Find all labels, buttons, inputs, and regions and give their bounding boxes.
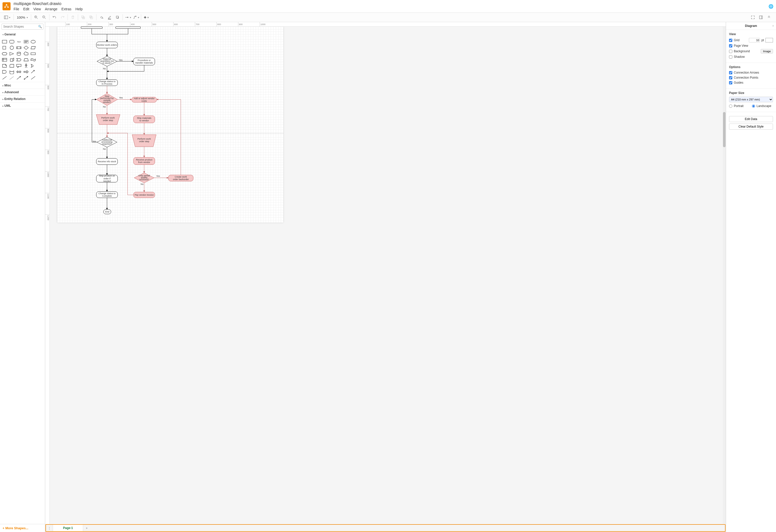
shape-diamond[interactable] [23, 45, 29, 50]
shape-or[interactable] [30, 63, 36, 68]
shape-document[interactable] [30, 51, 36, 56]
shape-rrect[interactable] [9, 39, 15, 44]
zoom-dropdown[interactable]: 100% [15, 16, 29, 19]
canvas-scrollbar[interactable] [723, 27, 726, 524]
shape-blank[interactable] [37, 39, 43, 44]
document-title[interactable]: multipage-flowchart.drawio [14, 2, 82, 6]
shape-link-arrow[interactable] [30, 69, 36, 74]
delete-button[interactable] [69, 14, 76, 21]
palette-general[interactable]: General [0, 31, 45, 38]
shape-line-plain[interactable] [30, 75, 36, 80]
shape-cube[interactable] [9, 57, 15, 62]
shape-callout[interactable] [16, 63, 22, 68]
to-back-button[interactable] [87, 14, 95, 21]
shape-blank6[interactable] [37, 69, 43, 74]
node-pay-invoice[interactable]: Pay vendor invoice [133, 192, 155, 198]
shape-datastore[interactable] [9, 69, 15, 74]
shape-rect[interactable] [2, 39, 8, 44]
node-ship-materials[interactable]: Ship materials to vendor [133, 116, 155, 123]
palette-uml[interactable]: UML [0, 103, 45, 109]
language-icon[interactable]: 🌐 [768, 4, 773, 9]
menu-extras[interactable]: Extras [61, 7, 71, 11]
menu-help[interactable]: Help [75, 7, 82, 11]
line-color-button[interactable] [106, 14, 113, 21]
format-panel-button[interactable] [757, 14, 764, 21]
palette-misc[interactable]: Misc [0, 82, 45, 89]
node-change-inprocess[interactable]: Change status to In Process [96, 79, 118, 86]
more-shapes-button[interactable]: More Shapes... [0, 524, 45, 532]
shape-line-arrow1[interactable] [16, 75, 22, 80]
edit-data-button[interactable]: Edit Data [729, 116, 773, 122]
shape-hexagon[interactable] [2, 51, 8, 56]
node-procedure[interactable]: Procedure or transfer materials [133, 58, 155, 65]
app-logo[interactable] [3, 2, 11, 10]
shape-line-arrow2[interactable] [23, 75, 29, 80]
insert-button[interactable]: + [143, 14, 150, 21]
zoom-out-button[interactable] [41, 14, 48, 21]
pageview-checkbox[interactable] [729, 44, 732, 47]
clear-style-button[interactable]: Clear Default Style [729, 124, 773, 130]
shape-internal[interactable] [2, 57, 8, 62]
shape-text[interactable]: Text [16, 39, 22, 44]
shape-line-dashed[interactable] [9, 75, 15, 80]
node-create-backorder[interactable]: Create work order backorder [168, 175, 193, 181]
node-change-complete[interactable]: Change status to Complete [96, 191, 118, 198]
shape-parallelogram[interactable] [30, 45, 36, 50]
shape-actor[interactable] [23, 63, 29, 68]
panel-close-icon[interactable]: × [772, 24, 774, 28]
shape-arrow-bi[interactable] [16, 69, 22, 74]
page-tab-1[interactable]: Page-1 [53, 525, 83, 531]
shape-cylinder[interactable] [16, 51, 22, 56]
fill-color-button[interactable] [98, 14, 105, 21]
palette-advanced[interactable]: Advanced [0, 89, 45, 96]
shape-step[interactable] [16, 57, 22, 62]
search-icon[interactable]: 🔍 [38, 25, 42, 28]
menu-file[interactable]: File [14, 7, 19, 11]
shape-line-solid[interactable] [2, 75, 8, 80]
shape-blank5[interactable] [37, 63, 43, 68]
canvas-viewport[interactable]: Monitor work orders Procedure or transfe… [50, 27, 726, 524]
waypoint-style-button[interactable] [132, 14, 139, 21]
menu-edit[interactable]: Edit [23, 7, 29, 11]
shape-ellipse[interactable] [30, 39, 36, 44]
grid-size-input[interactable] [749, 38, 760, 42]
view-options-button[interactable] [4, 14, 11, 21]
paper-size-select[interactable]: A4 (210 mm x 297 mm) [729, 97, 773, 102]
to-front-button[interactable] [79, 14, 86, 21]
shape-square[interactable] [2, 45, 8, 50]
node-receive-product[interactable]: Receive product from vendor [133, 157, 155, 165]
shape-and[interactable] [2, 69, 8, 74]
shape-card[interactable] [9, 63, 15, 68]
shape-blank4[interactable] [37, 57, 43, 62]
shape-tape[interactable] [30, 57, 36, 62]
redo-button[interactable] [59, 14, 66, 21]
search-shapes-input[interactable] [2, 24, 43, 30]
palette-er[interactable]: Entity Relation [0, 96, 45, 102]
fullscreen-button[interactable] [749, 14, 756, 21]
node-add-vendor-costs[interactable]: Add or adjust vendor costs [132, 97, 157, 103]
shape-cloud[interactable] [23, 51, 29, 56]
landscape-radio[interactable] [752, 105, 755, 108]
shadow-button[interactable] [114, 14, 121, 21]
undo-button[interactable] [51, 14, 58, 21]
shape-blank3[interactable] [37, 51, 43, 56]
shape-process[interactable] [16, 45, 22, 50]
shape-blank2[interactable] [37, 45, 43, 50]
collapse-button[interactable] [765, 14, 772, 21]
node-partial-1[interactable] [81, 27, 103, 29]
shape-note[interactable] [2, 63, 8, 68]
zoom-in-button[interactable] [33, 14, 40, 21]
node-partial-2[interactable] [116, 27, 141, 29]
background-checkbox[interactable] [729, 50, 732, 53]
shape-circle[interactable] [9, 45, 15, 50]
menu-view[interactable]: View [33, 7, 41, 11]
page-tabs-menu[interactable]: ⋮ [46, 525, 53, 531]
connection-style-button[interactable] [124, 14, 131, 21]
node-monitor[interactable]: Monitor work orders [96, 42, 118, 48]
shape-textbox[interactable] [23, 39, 29, 44]
conn-points-checkbox[interactable] [729, 76, 732, 79]
node-ship-product[interactable]: Ship product on order if needed [96, 175, 118, 182]
shape-arrow[interactable] [23, 69, 29, 74]
shape-triangle[interactable] [9, 51, 15, 56]
background-image-button[interactable]: Image [761, 49, 773, 53]
